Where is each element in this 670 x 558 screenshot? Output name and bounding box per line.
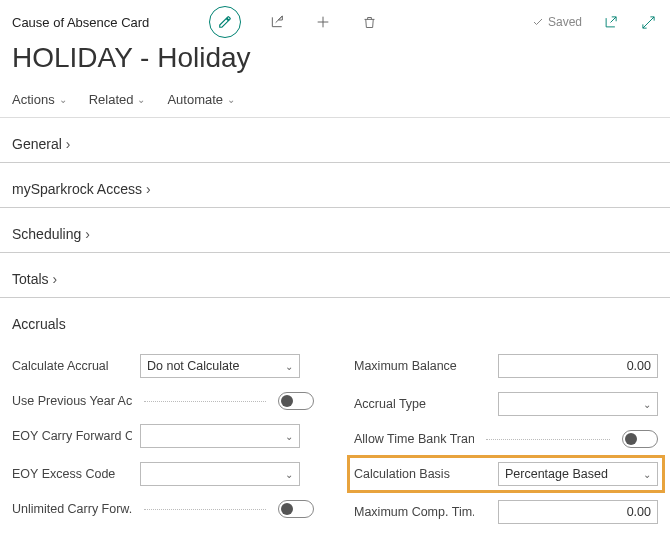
chevron-right-icon: › (85, 226, 90, 242)
expand-icon[interactable] (638, 12, 658, 32)
select-eoy-excess[interactable]: ⌄ (140, 462, 300, 486)
edit-icon[interactable] (209, 6, 241, 38)
delete-icon[interactable] (359, 12, 379, 32)
chevron-right-icon: › (66, 136, 71, 152)
section-mysparkrock[interactable]: mySparkrock Access› (12, 181, 658, 197)
input-max-balance[interactable]: 0.00 (498, 354, 658, 378)
toggle-allow-time-bank[interactable] (622, 430, 658, 448)
label-accrual-type: Accrual Type (354, 397, 474, 411)
menu-related[interactable]: Related⌄ (89, 92, 146, 107)
label-max-balance: Maximum Balance (354, 359, 474, 373)
chevron-down-icon: ⌄ (137, 94, 145, 105)
label-use-prev-year: Use Previous Year Acc... (12, 394, 132, 408)
section-scheduling[interactable]: Scheduling› (12, 226, 658, 242)
toggle-use-prev-year[interactable] (278, 392, 314, 410)
select-accrual-type[interactable]: ⌄ (498, 392, 658, 416)
chevron-down-icon: ⌄ (643, 469, 651, 480)
menu-actions[interactable]: Actions⌄ (12, 92, 67, 107)
label-eoy-excess: EOY Excess Code (12, 467, 132, 481)
chevron-right-icon: › (53, 271, 58, 287)
select-eoy-carry-fwd[interactable]: ⌄ (140, 424, 300, 448)
section-accruals[interactable]: Accruals (12, 316, 658, 332)
section-general[interactable]: General› (12, 136, 658, 152)
chevron-down-icon: ⌄ (59, 94, 67, 105)
label-calc-basis: Calculation Basis (354, 467, 474, 481)
label-calculate-accrual: Calculate Accrual (12, 359, 132, 373)
chevron-down-icon: ⌄ (643, 399, 651, 410)
saved-status: Saved (532, 15, 582, 29)
select-calculate-accrual[interactable]: Do not Calculate⌄ (140, 354, 300, 378)
select-calc-basis[interactable]: Percentage Based⌄ (498, 462, 658, 486)
input-max-comp-time[interactable]: 0.00 (498, 500, 658, 524)
add-icon[interactable] (313, 12, 333, 32)
label-max-comp-time: Maximum Comp. Tim... (354, 505, 474, 519)
menu-automate[interactable]: Automate⌄ (167, 92, 235, 107)
popout-icon[interactable] (600, 12, 620, 32)
card-label: Cause of Absence Card (12, 15, 149, 30)
label-allow-time-bank: Allow Time Bank Tran... (354, 432, 474, 446)
chevron-down-icon: ⌄ (285, 361, 293, 372)
toggle-unlimited-carry[interactable] (278, 500, 314, 518)
chevron-down-icon: ⌄ (285, 431, 293, 442)
label-unlimited-carry: Unlimited Carry Forw... (12, 502, 132, 516)
chevron-right-icon: › (146, 181, 151, 197)
page-title: HOLIDAY - Holiday (0, 38, 670, 86)
label-eoy-carry-fwd: EOY Carry Forward Co... (12, 429, 132, 443)
chevron-down-icon: ⌄ (285, 469, 293, 480)
section-totals[interactable]: Totals› (12, 271, 658, 287)
share-icon[interactable] (267, 12, 287, 32)
chevron-down-icon: ⌄ (227, 94, 235, 105)
